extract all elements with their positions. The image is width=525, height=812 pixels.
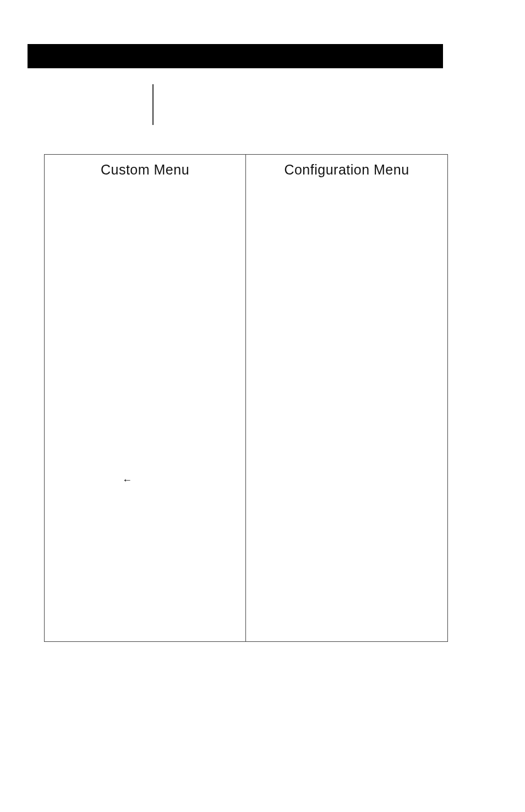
vertical-divider	[152, 84, 154, 125]
header-bar	[28, 44, 443, 68]
custom-menu-body	[45, 183, 246, 641]
arrow-left-icon: ←	[122, 475, 132, 486]
table-header-row: Custom Menu Configuration Menu	[45, 155, 447, 183]
custom-menu-header: Custom Menu	[45, 155, 246, 183]
configuration-menu-header: Configuration Menu	[246, 155, 447, 183]
table-body-row	[45, 183, 447, 641]
configuration-menu-body	[246, 183, 447, 641]
menu-table: Custom Menu Configuration Menu	[44, 154, 448, 642]
